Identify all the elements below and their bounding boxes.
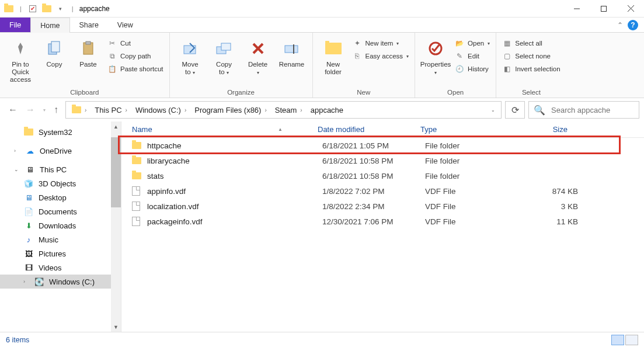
scroll-down-icon[interactable]: ▼ — [111, 322, 121, 332]
col-type[interactable]: Type — [415, 125, 503, 134]
file-type: VDF File — [425, 202, 514, 211]
tree-this-pc[interactable]: ⌄🖥This PC — [0, 162, 121, 176]
file-row[interactable]: packageinfo.vdf12/30/2021 7:06 PMVDF Fil… — [121, 214, 644, 229]
tree-documents[interactable]: 📄Documents — [0, 204, 121, 218]
nav-up-button[interactable]: ↑ — [54, 105, 58, 115]
crumb-program-files[interactable]: Program Files (x86)› — [191, 106, 271, 114]
tree-onedrive[interactable]: ›☁OneDrive — [0, 144, 121, 158]
group-new: New folder ✦New item ▾ ⎘Easy access ▾ Ne… — [313, 33, 416, 98]
easy-access-icon: ⎘ — [353, 51, 362, 61]
crumb-steam[interactable]: Steam› — [271, 106, 307, 114]
copy-path-button[interactable]: ⧉Copy path — [107, 51, 163, 61]
home-tab[interactable]: Home — [30, 18, 69, 33]
music-icon: ♪ — [23, 235, 34, 244]
invert-selection-button[interactable]: ◧Invert selection — [502, 64, 560, 74]
tree-videos[interactable]: 🎞Videos — [0, 261, 121, 275]
crumb-this-pc[interactable]: This PC› — [91, 106, 132, 114]
search-input[interactable] — [550, 105, 644, 115]
file-tab[interactable]: File — [0, 18, 30, 32]
ribbon-tabs: File Home Share View ⌃ ? — [0, 18, 644, 33]
copy-path-icon: ⧉ — [107, 51, 117, 61]
videos-icon: 🎞 — [23, 263, 34, 272]
status-bar: 6 items — [0, 332, 644, 347]
tree-system32[interactable]: System32 — [0, 125, 121, 139]
nav-recent-dropdown[interactable]: ▾ — [43, 107, 46, 113]
svg-rect-6 — [51, 41, 60, 52]
tree-windows-c[interactable]: ›💽Windows (C:) — [0, 275, 121, 289]
select-none-button[interactable]: ▢Select none — [502, 51, 560, 61]
tree-downloads[interactable]: ⬇Downloads — [0, 218, 121, 233]
col-size[interactable]: Size — [503, 125, 573, 134]
minimize-button[interactable] — [563, 0, 590, 18]
pin-quick-access-button[interactable]: Pin to Quick access — [4, 35, 37, 84]
chevron-right-icon[interactable]: › — [83, 107, 88, 113]
qa-dropdown-icon[interactable]: ▾ — [55, 4, 66, 14]
group-clipboard: Pin to Quick access Copy Paste ✂Cut ⧉Cop… — [0, 33, 170, 98]
folder-icon — [23, 127, 34, 137]
pictures-icon: 🖼 — [23, 249, 34, 258]
status-count: 6 items — [6, 336, 29, 344]
tree-desktop[interactable]: 🖥Desktop — [0, 190, 121, 204]
new-item-icon: ✦ — [353, 39, 362, 48]
cut-button[interactable]: ✂Cut — [107, 39, 163, 48]
drive-icon: 💽 — [34, 277, 44, 286]
paste-button[interactable]: Paste — [71, 35, 105, 68]
group-organize: Move to ▾ Copy to ▾ Delete▾ Rename Organ… — [170, 33, 313, 98]
desktop-icon: 🖥 — [23, 193, 34, 202]
close-button[interactable] — [617, 0, 644, 18]
copy-to-button[interactable]: Copy to ▾ — [207, 35, 241, 76]
col-date[interactable]: Date modified — [312, 125, 415, 134]
nav-back-button[interactable]: ← — [8, 105, 18, 115]
share-tab[interactable]: Share — [70, 18, 108, 32]
downloads-icon: ⬇ — [23, 221, 34, 230]
collapse-ribbon-icon[interactable]: ⌃ — [617, 21, 623, 29]
open-button[interactable]: 📂Open ▾ — [455, 39, 490, 48]
tree-music[interactable]: ♪Music — [0, 233, 121, 247]
onedrive-icon: ☁ — [25, 146, 35, 155]
copy-button[interactable]: Copy — [37, 35, 71, 68]
properties-button[interactable]: Properties▾ — [419, 35, 452, 76]
search-box[interactable]: 🔍 — [528, 101, 639, 119]
move-to-button[interactable]: Move to ▾ — [173, 35, 207, 76]
file-type: File folder — [425, 157, 514, 165]
new-item-button[interactable]: ✦New item ▾ — [353, 39, 409, 48]
edit-button[interactable]: ✎Edit — [455, 51, 490, 61]
thumbnails-view-button[interactable] — [625, 335, 638, 345]
qa-save-icon[interactable]: ✔ — [27, 4, 38, 14]
address-dropdown[interactable]: ⌄ — [491, 107, 495, 113]
refresh-button[interactable]: ⟳ — [505, 101, 525, 119]
scroll-up-icon[interactable]: ▲ — [111, 122, 121, 131]
help-icon[interactable]: ? — [628, 20, 638, 30]
crumb-appcache[interactable]: appcache — [307, 106, 347, 114]
new-folder-button[interactable]: New folder — [316, 35, 350, 76]
paste-shortcut-button[interactable]: 📋Paste shortcut — [107, 64, 163, 74]
open-icon: 📂 — [455, 39, 464, 48]
rename-button[interactable]: Rename — [275, 35, 309, 68]
delete-button[interactable]: Delete▾ — [241, 35, 275, 76]
easy-access-button[interactable]: ⎘Easy access ▾ — [353, 51, 409, 61]
file-date: 6/18/2021 1:05 PM — [322, 141, 425, 150]
folder-icon — [132, 172, 141, 179]
nav-forward-button[interactable]: → — [26, 105, 35, 115]
maximize-button[interactable] — [590, 0, 617, 18]
file-row[interactable]: httpcache6/18/2021 1:05 PMFile folder — [121, 138, 644, 153]
col-name[interactable]: Name▲ — [121, 125, 312, 134]
file-row[interactable]: localization.vdf1/8/2022 2:34 PMVDF File… — [121, 199, 644, 214]
qa-folder-icon[interactable] — [41, 4, 52, 14]
titlebar: | ✔ ▾ | appcache — [0, 0, 644, 18]
view-tab[interactable]: View — [108, 18, 142, 32]
file-row[interactable]: librarycache6/18/2021 10:58 PMFile folde… — [121, 153, 644, 168]
file-row[interactable]: appinfo.vdf1/8/2022 7:02 PMVDF File874 K… — [121, 183, 644, 199]
file-row[interactable]: stats6/18/2021 10:58 PMFile folder — [121, 168, 644, 183]
tree-3d-objects[interactable]: 🧊3D Objects — [0, 176, 121, 190]
tree-scrollbar[interactable]: ▲ ▼ — [111, 122, 121, 332]
crumb-windows-c[interactable]: Windows (C:)› — [132, 106, 191, 114]
scroll-thumb[interactable] — [111, 137, 121, 207]
select-all-button[interactable]: ▦Select all — [502, 39, 560, 48]
svg-rect-8 — [86, 41, 90, 44]
details-view-button[interactable] — [611, 335, 624, 345]
tree-pictures[interactable]: 🖼Pictures — [0, 247, 121, 261]
history-button[interactable]: 🕘History — [455, 64, 490, 74]
address-bar[interactable]: › This PC› Windows (C:)› Program Files (… — [65, 101, 502, 119]
main: System32 ›☁OneDrive ⌄🖥This PC 🧊3D Object… — [0, 122, 644, 332]
